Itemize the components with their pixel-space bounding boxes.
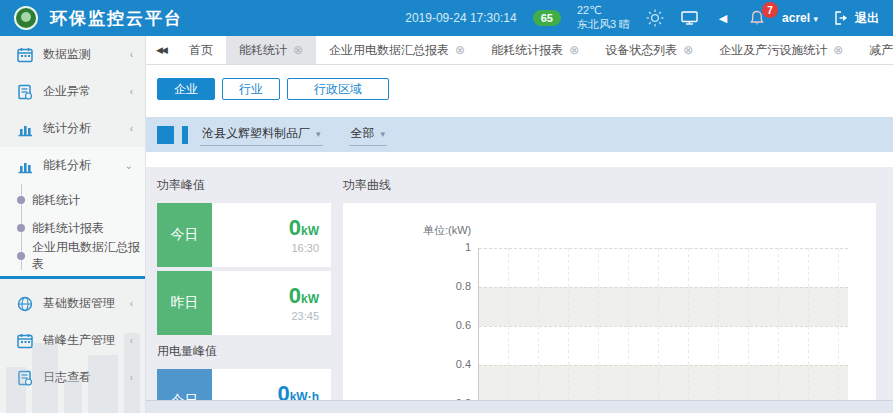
value-number: 0 — [289, 283, 301, 308]
logout-icon — [834, 11, 849, 25]
y-tick: 0.8 — [456, 280, 471, 292]
logout-label: 退出 — [855, 10, 879, 27]
tab-label: 首页 — [189, 42, 213, 59]
card-day-label: 今日 — [157, 203, 212, 267]
user-menu[interactable]: acrel ▾ — [782, 11, 818, 25]
sidebar-item-label: 日志查看 — [43, 369, 91, 386]
blue-bar-decor — [182, 126, 188, 144]
sidebar-item-label: 基础数据管理 — [43, 295, 115, 312]
scope-select-value: 全部 — [351, 125, 375, 142]
chart-unit-label: 单位:(kW) — [423, 223, 471, 238]
admin-region-button[interactable]: 行政区域 — [287, 78, 389, 100]
sidebar-item-label: 企业异常 — [43, 83, 91, 100]
tab-label: 企业用电数据汇总报表 — [329, 42, 449, 59]
card-value: 0kW — [289, 216, 319, 240]
chevron-left-icon: ‹ — [130, 372, 133, 383]
bar-chart-icon — [17, 121, 33, 137]
notification-bell-icon[interactable]: 7 — [748, 9, 766, 27]
header-datetime: 2019-09-24 17:30:14 — [405, 11, 516, 25]
value-unit: kW — [301, 224, 319, 238]
industry-button[interactable]: 行业 — [222, 78, 280, 100]
tab-energy-stats[interactable]: 能耗统计 ⊗ — [226, 36, 316, 64]
tab-label: 企业及产污设施统计 — [719, 42, 827, 59]
chart-gridline — [479, 248, 848, 249]
weather-info: 22℃ 东北风3 晴 — [577, 4, 630, 32]
dimension-switcher: 企业 行业 行政区域 — [146, 65, 893, 100]
filter-bar: 沧县义辉塑料制品厂 ▾ 全部 ▾ — [146, 117, 893, 152]
sun-icon — [646, 9, 664, 27]
chart-gridline — [479, 326, 848, 327]
power-peak-title: 功率峰值 — [157, 177, 331, 194]
tab-home[interactable]: 首页 — [176, 36, 226, 64]
monitor-icon[interactable] — [680, 9, 698, 27]
document-icon — [17, 370, 33, 386]
chevron-down-icon: ▾ — [316, 129, 321, 139]
sidebar-item-peak-production[interactable]: 错峰生产管理 ‹ — [0, 322, 145, 359]
sidebar-item-statistics[interactable]: 统计分析 ‹ — [0, 110, 145, 147]
app-logo-icon — [14, 6, 38, 30]
chevron-left-icon: ‹ — [130, 335, 133, 346]
power-curve-section: 功率曲线 单位:(kW) 1 0.8 0.6 0.4 0.2 — [343, 177, 882, 413]
speaker-icon[interactable]: ◀ — [714, 9, 732, 27]
logout-button[interactable]: 退出 — [834, 10, 879, 27]
tab-close-icon[interactable]: ⊗ — [833, 44, 843, 56]
tab-company-power-summary[interactable]: 企业用电数据汇总报表 ⊗ — [316, 36, 478, 64]
sidebar-subitem-energy-report[interactable]: 能耗统计报表 — [0, 214, 145, 242]
sidebar-item-energy-analysis[interactable]: 能耗分析 ⌄ — [0, 147, 145, 184]
sidebar-item-company-abnormal[interactable]: 企业异常 ‹ — [0, 73, 145, 110]
card-time: 16:30 — [291, 242, 319, 254]
tab-label: 设备状态列表 — [605, 42, 677, 59]
tab-close-icon[interactable]: ⊗ — [293, 44, 303, 56]
tab-reduction-analysis[interactable]: 减产减排分析 ⊗ — [856, 36, 893, 64]
value-unit: kW — [301, 292, 319, 306]
notification-count-badge[interactable]: 7 — [762, 2, 778, 18]
sidebar-subitem-company-power-summary[interactable]: 企业用电数据汇总报表 — [0, 242, 145, 270]
company-select[interactable]: 沧县义辉塑料制品厂 ▾ — [200, 123, 323, 146]
sidebar-submenu: 能耗统计 能耗统计报表 企业用电数据汇总报表 — [0, 184, 145, 276]
chevron-left-icon: ‹ — [130, 86, 133, 97]
tab-energy-report[interactable]: 能耗统计报表 ⊗ — [478, 36, 592, 64]
document-icon — [17, 84, 33, 100]
sidebar-subitem-label: 能耗统计报表 — [32, 220, 104, 237]
y-tick: 0.4 — [456, 358, 471, 370]
bullet-icon — [17, 224, 25, 232]
calendar-icon — [17, 47, 33, 63]
tab-label: 减产减排分析 — [869, 42, 893, 59]
y-tick: 1 — [465, 241, 471, 253]
tab-label: 能耗统计 — [239, 42, 287, 59]
app-title: 环保监控云平台 — [50, 7, 183, 30]
sidebar-subitem-energy-stats[interactable]: 能耗统计 — [0, 186, 145, 214]
sidebar-divider — [0, 276, 145, 279]
tab-close-icon[interactable]: ⊗ — [683, 44, 693, 56]
tabs-scroll-left-icon[interactable]: ◀◀ — [146, 36, 176, 64]
dashboard-area: 功率峰值 今日 0kW 16:30 昨日 0kW 23:45 — [146, 167, 893, 400]
weather-wind: 东北风3 晴 — [577, 18, 630, 30]
sidebar-item-label: 能耗分析 — [43, 157, 91, 174]
tab-close-icon[interactable]: ⊗ — [569, 44, 579, 56]
sidebar-group-energy-analysis: 能耗分析 ⌄ 能耗统计 能耗统计报表 企业用电数据汇总报表 — [0, 147, 145, 276]
tab-label: 能耗统计报表 — [491, 42, 563, 59]
chevron-down-icon: ▾ — [381, 129, 386, 139]
company-select-value: 沧县义辉塑料制品厂 — [202, 125, 310, 142]
sidebar-item-log-view[interactable]: 日志查看 ‹ — [0, 359, 145, 396]
tab-company-pollution-stats[interactable]: 企业及产污设施统计 ⊗ — [706, 36, 856, 64]
chart-gridline — [479, 287, 848, 288]
sidebar-subitem-label: 企业用电数据汇总报表 — [32, 239, 145, 273]
bullet-icon — [17, 196, 25, 204]
sidebar-item-basic-data[interactable]: 基础数据管理 ‹ — [0, 285, 145, 322]
company-button[interactable]: 企业 — [157, 78, 215, 100]
globe-icon — [17, 296, 33, 312]
top-header: 环保监控云平台 2019-09-24 17:30:14 65 22℃ 东北风3 … — [0, 0, 893, 36]
y-tick: 0.6 — [456, 319, 471, 331]
bullet-icon — [17, 252, 25, 260]
chart-vertical-gridlines — [479, 248, 848, 413]
value-number: 0 — [289, 215, 301, 240]
chevron-down-icon: ⌄ — [125, 160, 133, 171]
sidebar-item-data-monitor[interactable]: 数据监测 ‹ — [0, 36, 145, 73]
tab-device-status[interactable]: 设备状态列表 ⊗ — [592, 36, 706, 64]
tab-close-icon[interactable]: ⊗ — [455, 44, 465, 56]
sidebar-item-label: 统计分析 — [43, 120, 91, 137]
power-curve-chart: 单位:(kW) 1 0.8 0.6 0.4 0.2 — [343, 203, 876, 413]
chevron-left-icon: ‹ — [130, 298, 133, 309]
scope-select[interactable]: 全部 ▾ — [349, 123, 388, 146]
